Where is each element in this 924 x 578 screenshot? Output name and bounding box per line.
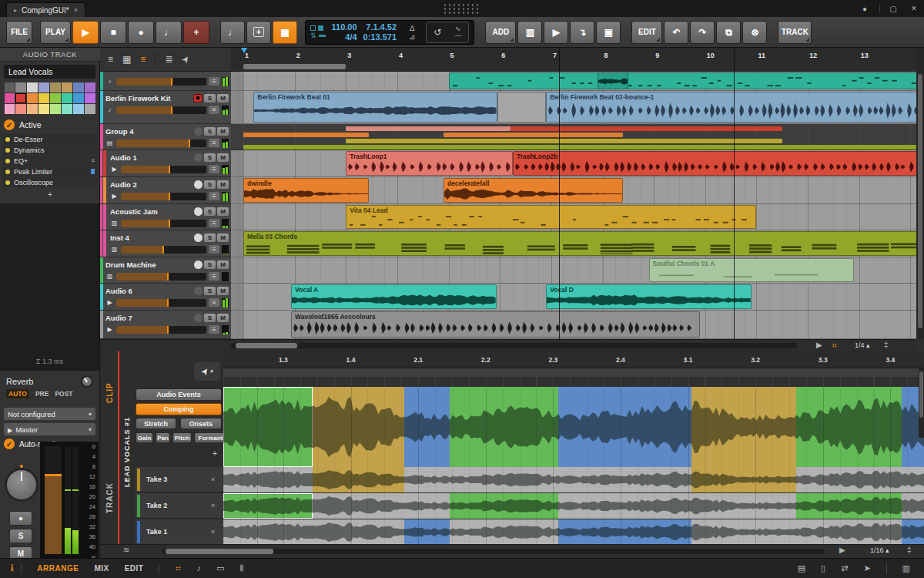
metronome-icon[interactable]: ∆ ⊿ xyxy=(409,24,415,41)
clip[interactable]: Vocal D xyxy=(546,284,752,309)
output-select[interactable]: ▶Master ▾ xyxy=(4,423,95,435)
arranger-row[interactable]: Mella 03 Chords xyxy=(231,230,916,257)
arranger-row[interactable] xyxy=(231,124,916,150)
comping-lanes[interactable]: 1.31.42.12.22.32.43.13.23.33.4 xyxy=(223,351,924,544)
device-enabled-dot[interactable] xyxy=(5,170,10,174)
palette-color[interactable] xyxy=(5,104,15,114)
take-lane-2[interactable] xyxy=(223,493,924,519)
take-row-take-1[interactable]: Take 1× xyxy=(136,519,223,545)
time-signature[interactable]: 4/4 xyxy=(332,32,357,42)
track-menu-button[interactable]: ≡ xyxy=(209,77,219,86)
palette-color[interactable] xyxy=(15,104,26,114)
mute-button[interactable]: M xyxy=(217,180,229,189)
track-volume-fader[interactable] xyxy=(121,166,206,173)
send-mode-post[interactable]: POST xyxy=(55,390,72,398)
device-item[interactable]: Peak Limiter xyxy=(2,166,98,176)
comp-lane[interactable] xyxy=(223,387,924,467)
palette-color[interactable] xyxy=(62,93,72,103)
edit-cursor[interactable] xyxy=(734,48,735,339)
add-menu-button[interactable]: ADD xyxy=(485,21,516,44)
timeline-ruler[interactable]: 12345678910111213 xyxy=(231,48,916,72)
track-menu-button[interactable]: ≡ xyxy=(209,165,219,173)
delete-button[interactable]: ⊗ xyxy=(742,21,767,44)
solo-button[interactable]: S xyxy=(204,260,216,269)
arranger-grid-setting[interactable]: 1/4 ▴ xyxy=(855,341,870,349)
arranger-row[interactable]: TrashLoop1TrashLoop2b xyxy=(231,150,916,177)
snap-dots-icon[interactable]: ⠶ xyxy=(175,563,181,573)
tab-clip[interactable]: CLIP xyxy=(102,362,117,424)
duplicate-button[interactable]: ⧉ xyxy=(716,21,741,44)
palette-color[interactable] xyxy=(85,82,95,92)
volume-fader[interactable] xyxy=(45,446,62,554)
record-arm-button[interactable] xyxy=(194,207,203,216)
palette-color[interactable] xyxy=(50,104,61,114)
palette-color[interactable] xyxy=(15,93,26,103)
palette-color[interactable] xyxy=(62,104,72,114)
info-icon[interactable]: i xyxy=(11,563,13,574)
record-arm-button[interactable] xyxy=(194,127,203,136)
display-icon[interactable]: ▭ xyxy=(216,563,224,573)
palette-color[interactable] xyxy=(15,82,26,92)
send-knob[interactable] xyxy=(81,375,93,388)
track-menu-button[interactable]: ≡ xyxy=(209,298,219,307)
clip[interactable]: TrashLoop2b xyxy=(513,151,916,176)
minimize-button[interactable]: ● xyxy=(853,0,876,17)
record-arm-button[interactable]: ● xyxy=(9,511,32,526)
file-icon[interactable]: ▯ xyxy=(821,563,825,573)
stretch-button[interactable]: Stretch xyxy=(136,418,176,429)
clip[interactable] xyxy=(449,72,916,89)
loop-region[interactable] xyxy=(243,64,346,69)
track-menu-button[interactable]: ≡ xyxy=(209,106,219,114)
view-tab-mix[interactable]: MIX xyxy=(94,564,109,573)
lane-options-icon[interactable]: ≣ xyxy=(165,54,172,65)
solo-button[interactable]: S xyxy=(204,207,216,216)
transport-display[interactable]: ⇅ 110.00 4/4 7.1.4.52 0:13.571 ∆ ⊿ ↺ ∿— xyxy=(305,20,474,45)
active-toggle[interactable]: ✓ Active xyxy=(4,119,42,131)
take-lane-1[interactable] xyxy=(223,519,924,544)
track-volume-fader[interactable] xyxy=(116,106,206,114)
track-header-audio-7[interactable]: Audio 7SM▶≡ xyxy=(100,311,231,339)
track-menu-button[interactable]: ≡ xyxy=(209,139,219,147)
volume-knob[interactable] xyxy=(5,468,38,502)
clip-launcher-button[interactable]: ▦ xyxy=(273,21,297,44)
add-device-button[interactable]: + xyxy=(2,190,98,200)
solo-button[interactable]: S xyxy=(204,94,216,102)
clip[interactable] xyxy=(497,92,546,123)
track-volume-fader[interactable] xyxy=(121,193,206,200)
track-header-group-4[interactable]: Group 4SM▤≡ xyxy=(100,124,231,150)
device-item[interactable]: De-Esser xyxy=(2,134,98,144)
playhead[interactable] xyxy=(559,48,560,339)
record-arm-button[interactable] xyxy=(194,234,203,242)
track-header-berlin-firework-kit[interactable]: Berlin Firework KitSM♪≡ xyxy=(100,91,231,124)
play-follow-icon[interactable]: ▶ xyxy=(839,546,845,554)
snap-dots-icon[interactable]: ⠶ xyxy=(832,341,837,349)
clip[interactable]: TrashLoop1 xyxy=(346,151,513,176)
track-volume-fader[interactable] xyxy=(116,299,206,307)
song-time[interactable]: 0:13.571 xyxy=(363,32,397,42)
document-tab[interactable]: ▸ CompingGUI* × xyxy=(6,2,85,17)
play-menu-button[interactable]: PLAY xyxy=(40,21,71,44)
solo-button[interactable]: S xyxy=(204,234,216,242)
palette-color[interactable] xyxy=(38,104,49,114)
mixer-bars-icon[interactable]: ⫴ xyxy=(239,563,243,573)
device-enabled-dot[interactable] xyxy=(5,180,10,185)
play-button[interactable]: ▶ xyxy=(72,21,99,44)
gain-button[interactable]: Gain xyxy=(136,432,153,443)
arranger-row[interactable]: Vocal AVocal D xyxy=(231,284,916,311)
track-volume-fader[interactable] xyxy=(121,220,206,227)
record-arm-button[interactable] xyxy=(194,314,203,322)
folder-icon[interactable]: ▤ xyxy=(798,563,805,573)
track-header-inst-4[interactable]: Inst 4SM▥≡ xyxy=(100,230,231,257)
track-volume-fader[interactable] xyxy=(116,326,206,334)
device-enabled-dot[interactable] xyxy=(5,148,10,153)
editor-horizontal-scrollbar[interactable] xyxy=(162,549,824,554)
drag-handle-dots[interactable] xyxy=(443,3,481,14)
clip-add-button[interactable]: + xyxy=(246,21,271,44)
palette-color[interactable] xyxy=(62,82,72,92)
solo-button[interactable]: S xyxy=(204,127,216,136)
arranger-timeline[interactable]: 12345678910111213 Berlin Firework Beat 0… xyxy=(231,48,916,339)
piano-mode-button[interactable]: ▥ xyxy=(517,21,542,44)
pan-button[interactable]: Pan xyxy=(156,432,170,443)
track-volume-fader[interactable] xyxy=(121,246,206,254)
pin-icon[interactable]: ‡ xyxy=(907,546,912,554)
